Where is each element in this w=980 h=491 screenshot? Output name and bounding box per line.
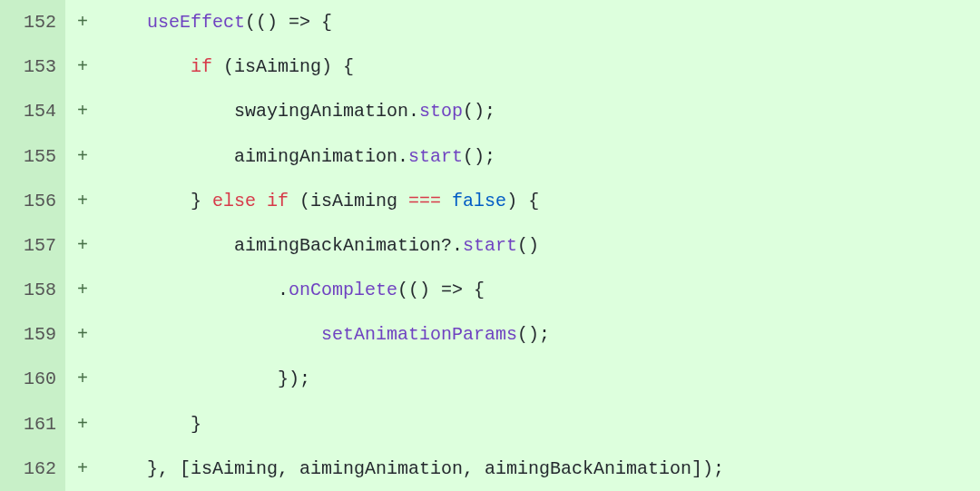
- code-token: ();: [463, 101, 495, 122]
- code-token: useEffect: [147, 12, 245, 33]
- line-number: 156: [0, 179, 65, 223]
- code-line: }: [100, 402, 980, 447]
- diff-marker: +: [65, 357, 100, 401]
- indent: [103, 12, 147, 33]
- code-token: else if: [212, 191, 289, 211]
- diff-row: 162+ }, [isAiming, aimingAnimation, aimi…: [0, 447, 980, 491]
- code-line: setAnimationParams();: [100, 312, 980, 357]
- code-token: if: [191, 56, 212, 77]
- diff-row: 156+ } else if (isAiming === false) {: [0, 179, 980, 223]
- code-token: }, [isAiming, aimingAnimation, aimingBac…: [147, 458, 724, 479]
- diff-row: 160+ });: [0, 357, 980, 401]
- diff-marker: +: [65, 447, 100, 491]
- diff-marker: +: [65, 134, 100, 179]
- diff-row: 158+ .onComplete(() => {: [0, 268, 980, 312]
- code-line: });: [100, 357, 980, 401]
- diff-marker: +: [65, 268, 100, 312]
- code-line: if (isAiming) {: [100, 44, 980, 89]
- indent: [103, 324, 321, 345]
- code-token: false: [452, 191, 506, 211]
- code-token: (() => {: [397, 280, 485, 300]
- code-token: start: [463, 235, 517, 256]
- diff-row: 154+ swayingAnimation.stop();: [0, 89, 980, 133]
- indent: [103, 146, 234, 167]
- code-token: stop: [419, 101, 463, 122]
- indent: [103, 414, 191, 435]
- code-token: [441, 191, 452, 211]
- code-token: }: [191, 191, 212, 211]
- code-token: (() => {: [245, 12, 332, 33]
- diff-row: 152+ useEffect(() => {: [0, 0, 980, 44]
- diff-row: 159+ setAnimationParams();: [0, 312, 980, 357]
- line-number: 157: [0, 223, 65, 268]
- diff-marker: +: [65, 179, 100, 223]
- line-number: 161: [0, 402, 65, 447]
- diff-row: 161+ }: [0, 402, 980, 447]
- line-number: 160: [0, 357, 65, 401]
- line-number: 158: [0, 268, 65, 312]
- line-number: 154: [0, 89, 65, 133]
- indent: [103, 101, 234, 122]
- code-token: aimingAnimation.: [234, 146, 408, 167]
- diff-row: 155+ aimingAnimation.start();: [0, 134, 980, 179]
- code-token: ===: [408, 191, 441, 211]
- diff-marker: +: [65, 223, 100, 268]
- line-number: 152: [0, 0, 65, 44]
- indent: [103, 458, 147, 479]
- line-number: 159: [0, 312, 65, 357]
- code-token: ();: [517, 324, 550, 345]
- diff-marker: +: [65, 0, 100, 44]
- code-token: });: [278, 368, 310, 389]
- code-token: }: [191, 414, 201, 435]
- code-token: .: [278, 280, 289, 300]
- code-token: aimingBackAnimation?.: [234, 235, 463, 256]
- line-number: 155: [0, 134, 65, 179]
- indent: [103, 191, 191, 211]
- line-number: 153: [0, 44, 65, 89]
- indent: [103, 368, 278, 389]
- diff-row: 153+ if (isAiming) {: [0, 44, 980, 89]
- code-token: ) {: [506, 191, 539, 211]
- code-line: aimingAnimation.start();: [100, 134, 980, 179]
- indent: [103, 235, 234, 256]
- code-line: }, [isAiming, aimingAnimation, aimingBac…: [100, 447, 980, 491]
- code-token: (): [517, 235, 539, 256]
- code-line: useEffect(() => {: [100, 0, 980, 44]
- code-token: onComplete: [289, 280, 397, 300]
- diff-marker: +: [65, 89, 100, 133]
- indent: [103, 280, 278, 300]
- code-token: setAnimationParams: [321, 324, 517, 345]
- code-line: aimingBackAnimation?.start(): [100, 223, 980, 268]
- diff-marker: +: [65, 402, 100, 447]
- code-token: (isAiming) {: [212, 56, 354, 77]
- code-line: swayingAnimation.stop();: [100, 89, 980, 133]
- code-line: } else if (isAiming === false) {: [100, 179, 980, 223]
- code-token: ();: [463, 146, 495, 167]
- line-number: 162: [0, 447, 65, 491]
- diff-row: 157+ aimingBackAnimation?.start(): [0, 223, 980, 268]
- code-token: (isAiming: [289, 191, 408, 211]
- indent: [103, 56, 191, 77]
- diff-marker: +: [65, 312, 100, 357]
- code-token: swayingAnimation.: [234, 101, 419, 122]
- diff-container: 152+ useEffect(() => {153+ if (isAiming)…: [0, 0, 980, 491]
- diff-marker: +: [65, 44, 100, 89]
- code-token: start: [408, 146, 463, 167]
- code-line: .onComplete(() => {: [100, 268, 980, 312]
